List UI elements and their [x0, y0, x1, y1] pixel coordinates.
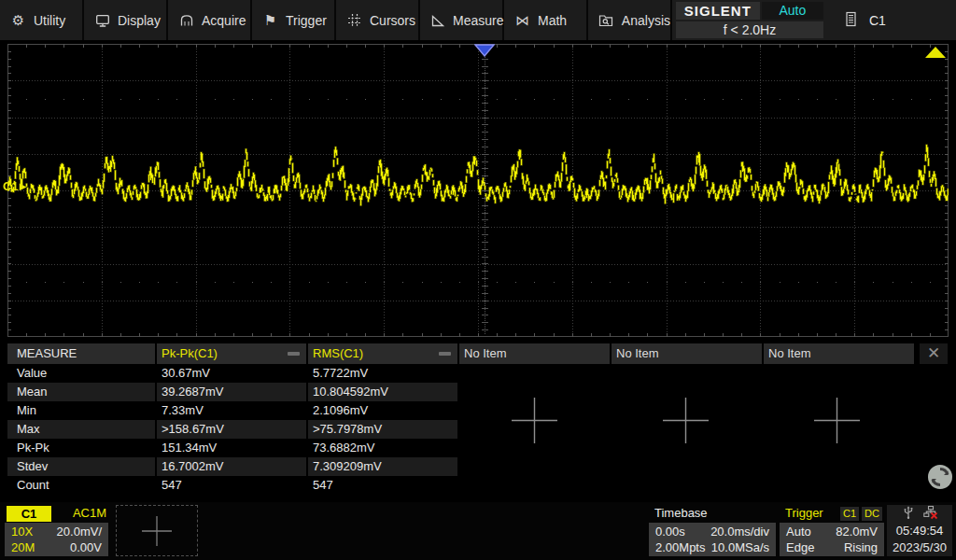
remove-measure-icon[interactable] — [439, 352, 451, 356]
trigger-slope: Rising — [844, 539, 878, 555]
trigger-mode: Auto — [786, 524, 811, 539]
row-value: 7.33mV — [157, 401, 306, 420]
channel1-probe: 10X — [11, 524, 33, 539]
menu-cursors-label: Cursors — [370, 13, 415, 28]
measure-row-mean: Mean 39.2687mV 10.804592mV — [7, 383, 949, 401]
oscilloscope-ui: ⚙ Utility Display Acquire ⚑ Trigger Curs… — [0, 0, 956, 560]
remove-measure-icon[interactable] — [288, 352, 300, 356]
system-time: 05:49:54 — [887, 523, 952, 539]
measure-row-pkpk: Pk-Pk 151.34mV 73.6882mV — [7, 439, 949, 457]
trigger-position-marker[interactable] — [474, 44, 495, 57]
flag-icon: ⚑ — [262, 12, 278, 28]
add-channel-box[interactable] — [116, 505, 198, 556]
menu-display-label: Display — [118, 13, 161, 28]
measure-row-value: Value 30.67mV 5.7722mV — [7, 364, 949, 383]
row-value: 5.7722mV — [308, 364, 457, 383]
row-value: >75.7978mV — [308, 420, 457, 439]
trigger-level: 82.0mV — [836, 524, 878, 539]
channel1-scale: 20.0mV/ — [57, 524, 102, 539]
bowtie-icon: ⋈ — [514, 12, 530, 28]
measure-row-min: Min 7.33mV 2.1096mV — [7, 401, 949, 420]
system-date: 2023/5/30 — [887, 539, 952, 556]
lan-disconnected-icon — [923, 505, 938, 523]
waveform-display: C1 ▶ — [0, 41, 956, 342]
row-label: Max — [7, 420, 155, 439]
menu-math[interactable]: ⋈ Math — [504, 0, 588, 40]
menu-cursors[interactable]: Cursors — [336, 0, 420, 40]
timebase-delay: 0.00s — [655, 524, 685, 539]
waveform-canvas[interactable] — [7, 44, 949, 337]
channel-offset-marker[interactable]: C1 ▶ — [3, 179, 26, 193]
acquisition-mode-badge[interactable]: Auto — [762, 2, 823, 20]
menu-measure[interactable]: Measure — [420, 0, 504, 40]
add-channel-plus-icon — [135, 512, 178, 550]
row-label: Value — [7, 364, 155, 383]
measure-row-count: Count 547 547 — [7, 476, 949, 495]
measure-col-empty-3[interactable]: No Item — [764, 343, 914, 364]
row-label: Count — [7, 476, 155, 495]
gesture-history-button[interactable] — [926, 463, 954, 491]
menu-trigger[interactable]: ⚑ Trigger — [252, 0, 336, 40]
timebase-title: Timebase — [651, 505, 708, 522]
row-value: 30.67mV — [157, 364, 306, 383]
measure-row-max: Max >158.67mV >75.7978mV — [7, 420, 949, 439]
add-measurement-plus-icon[interactable] — [659, 394, 712, 450]
menu-math-label: Math — [538, 13, 567, 28]
top-menu-bar: ⚙ Utility Display Acquire ⚑ Trigger Curs… — [0, 0, 956, 40]
monitor-icon — [94, 12, 110, 28]
add-measurement-plus-icon[interactable] — [810, 394, 864, 450]
channel1-descriptor-box[interactable]: C1 AC1M 10X 20.0mV/ 20M 0.00V — [5, 505, 108, 556]
channel1-name-chip[interactable]: C1 — [7, 506, 51, 522]
trigger-box[interactable]: Trigger C1 DC Auto 82.0mV Edge Rising — [780, 505, 884, 556]
row-label: Mean — [7, 383, 155, 401]
measure-col-empty-1[interactable]: No Item — [459, 343, 610, 364]
measure-col-rms-label: RMS(C1) — [313, 346, 363, 360]
right-arrow-icon: ▶ — [20, 181, 27, 191]
channel1-offset: 0.00V — [70, 539, 102, 555]
siglent-logo: SIGLENT — [676, 2, 760, 20]
close-measure-icon[interactable]: ✕ — [920, 343, 948, 364]
row-value: >158.67mV — [157, 420, 306, 439]
row-value: 10.804592mV — [308, 383, 457, 401]
acquisition-status-cluster: SIGLENT Auto f < 2.0Hz — [676, 0, 823, 40]
menu-display[interactable]: Display — [84, 0, 168, 40]
channel-list-icon — [844, 11, 858, 30]
row-value: 39.2687mV — [157, 383, 306, 401]
measure-panel: MEASURE Pk-Pk(C1) RMS(C1) No Item No Ite… — [7, 343, 949, 497]
row-value: 7.309209mV — [308, 457, 457, 476]
measure-col-pkpk-label: Pk-Pk(C1) — [162, 346, 218, 360]
row-value: 2.1096mV — [308, 401, 457, 420]
usb-icon — [902, 505, 915, 523]
active-channel-label: C1 — [869, 13, 886, 28]
timebase-points: 2.00Mpts — [655, 539, 705, 555]
trigger-title: Trigger — [781, 505, 823, 522]
menu-utility[interactable]: ⚙ Utility — [0, 0, 84, 40]
measure-row-stdev: Stdev 16.7002mV 7.309209mV — [7, 457, 949, 476]
menu-measure-label: Measure — [453, 13, 503, 28]
row-label: Min — [7, 401, 155, 420]
row-value: 73.6882mV — [308, 439, 457, 457]
add-measurement-plus-icon[interactable] — [508, 394, 561, 450]
trigger-level-marker[interactable] — [924, 45, 947, 56]
menu-analysis-label: Analysis — [622, 13, 670, 28]
timebase-samplerate: 10.0MSa/s — [711, 539, 769, 555]
menu-analysis[interactable]: Analysis — [588, 0, 672, 40]
measure-panel-title: MEASURE — [7, 343, 155, 364]
channel1-coupling: AC1M — [73, 505, 106, 522]
trigger-coupling-chip: DC — [862, 507, 882, 521]
measure-header-row: MEASURE Pk-Pk(C1) RMS(C1) No Item No Ite… — [7, 343, 949, 364]
active-channel-indicator[interactable]: C1 — [844, 0, 886, 40]
measure-col-rms[interactable]: RMS(C1) — [308, 343, 457, 364]
channel1-bandwidth: 20M — [11, 539, 35, 555]
menu-acquire[interactable]: Acquire — [168, 0, 252, 40]
acquire-icon — [178, 12, 194, 28]
measure-col-empty-2[interactable]: No Item — [612, 343, 762, 364]
system-status-box[interactable]: 05:49:54 2023/5/30 — [887, 505, 952, 556]
menu-utility-label: Utility — [34, 13, 65, 28]
row-value: 151.34mV — [157, 439, 306, 457]
timebase-box[interactable]: Timebase 0.00s 20.0ms/div 2.00Mpts 10.0M… — [649, 505, 776, 556]
set-square-icon — [430, 12, 445, 28]
measure-col-pkpk[interactable]: Pk-Pk(C1) — [157, 343, 306, 364]
bottom-status-bar: C1 AC1M 10X 20.0mV/ 20M 0.00V Timeb — [0, 502, 956, 560]
row-value: 16.7002mV — [157, 457, 306, 476]
